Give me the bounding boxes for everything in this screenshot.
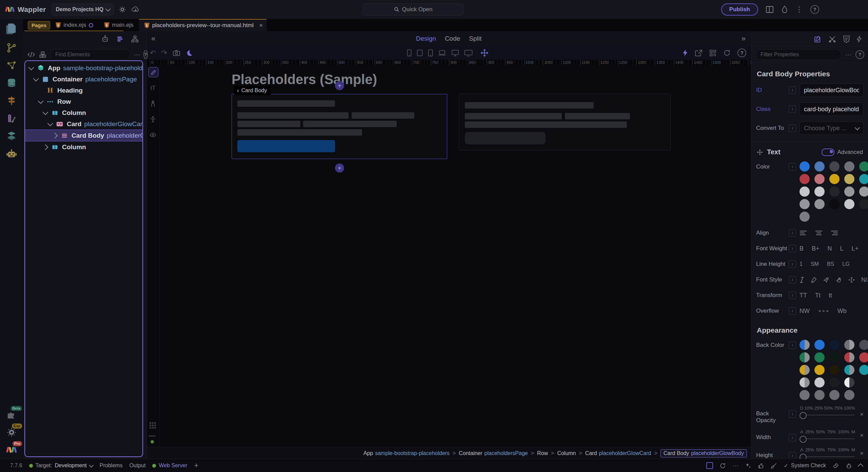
slider-tick-label[interactable]: A [800,429,803,434]
line-height-option[interactable]: LG [842,261,849,267]
highlighter-icon[interactable] [810,277,817,283]
text-width-icon[interactable] [848,277,855,283]
more-options-icon[interactable]: ··· [845,51,851,58]
color-swatch[interactable] [814,352,825,362]
width-slider-handle[interactable] [800,436,807,443]
color-swatch[interactable] [844,340,854,350]
align-right-icon[interactable] [831,230,838,236]
color-swatch[interactable] [814,199,825,209]
info-icon[interactable]: i [789,410,796,418]
chevron-left-icon[interactable]: ‹ [237,87,239,94]
slider-tick-label[interactable]: 50% [816,429,825,434]
refresh-icon[interactable] [723,49,731,57]
info-icon[interactable]: i [789,307,796,315]
routing-panel-icon[interactable] [5,94,18,107]
output-button[interactable]: Output [129,463,145,469]
info-icon[interactable]: i [789,341,796,349]
breadcrumb-row[interactable]: Row [537,450,548,456]
info-icon[interactable]: i [789,434,796,441]
info-icon[interactable]: i [789,245,796,252]
color-swatch[interactable] [859,352,868,362]
styles-panel-icon[interactable] [5,112,18,125]
color-swatch[interactable] [859,340,868,350]
slider-tick-label[interactable]: 10% [804,406,813,411]
slider-tick-label[interactable]: 100% [838,429,849,434]
slider-tick-label[interactable]: M [851,429,855,434]
tab-main-ejs[interactable]: 5 main.ejs [99,19,139,31]
info-icon[interactable]: i [789,105,796,113]
color-swatch[interactable] [800,212,810,222]
line-height-option[interactable]: SM [811,261,819,267]
color-swatch[interactable] [800,377,810,388]
rocket-icon[interactable] [823,277,829,283]
chevron-right-icon[interactable] [52,133,58,138]
color-swatch[interactable] [814,377,825,388]
info-icon[interactable]: i [789,292,796,299]
slider-tick-label[interactable]: 100% [844,406,855,411]
id-input[interactable] [800,83,864,97]
workflows-panel-icon[interactable] [5,59,18,72]
device-desktop-icon[interactable] [451,50,459,57]
clear-height-icon[interactable]: × [860,450,864,457]
color-swatch[interactable] [814,340,825,350]
reload-icon[interactable] [719,463,726,469]
screenshot-camera-icon[interactable] [173,50,180,56]
theme-drop-icon[interactable] [781,5,788,14]
qr-code-icon[interactable] [709,50,716,57]
color-swatch[interactable] [800,186,810,197]
wappler-pro-icon[interactable]: Pro [5,444,18,456]
color-swatch[interactable] [814,390,825,400]
tab-placeholders-preview[interactable]: 5 placeholders-preview--tour-manual.html… [139,19,267,31]
slider-tick-label[interactable]: 25% [814,406,823,411]
quick-open-search[interactable]: Quick Open [363,3,463,16]
slider-tick-label[interactable]: 25% [805,447,814,452]
color-swatch[interactable] [844,365,854,375]
web-server-status[interactable]: Web Server [152,463,187,469]
tree-item-row[interactable]: Row [25,96,142,107]
code-view-icon[interactable] [27,51,35,58]
cloud-sync-icon[interactable] [131,6,140,13]
ai-sparkles-icon[interactable] [745,463,751,469]
slider-tick-label[interactable]: A [800,447,803,452]
overflow-option[interactable]: Wb [837,308,847,315]
add-panel-button[interactable]: + [194,461,199,470]
components-box-icon[interactable] [39,51,47,58]
breadcrumb-column[interactable]: Column [557,450,576,456]
transform-option[interactable]: tt [829,292,832,299]
font-style-na-option[interactable]: N/A [861,276,868,283]
font-weight-option[interactable]: L [840,245,844,252]
align-left-icon[interactable] [800,230,807,236]
pages-mode-chip[interactable]: Pages [28,21,50,29]
color-swatch[interactable] [829,161,840,172]
cut-scissors-icon[interactable] [828,35,836,43]
stop-square-icon[interactable] [706,462,713,469]
chevron-up-icon[interactable] [858,464,864,469]
chevron-down-icon[interactable] [43,109,48,115]
debug-bug-icon[interactable] [846,463,852,469]
breadcrumb-card[interactable]: CardplaceholderGlowCard [585,450,651,456]
color-swatch[interactable] [829,352,840,362]
chevron-down-icon[interactable] [33,76,39,81]
project-selector[interactable]: Demo Projects HQ [52,4,114,15]
back-opacity-slider-handle[interactable] [800,412,807,419]
device-large-desktop-icon[interactable] [464,50,473,57]
color-swatch[interactable] [859,365,868,375]
ai-robot-icon[interactable] [101,35,109,43]
color-swatch[interactable] [800,174,810,184]
color-swatch[interactable] [814,186,825,197]
color-swatch[interactable] [844,161,854,172]
transform-option[interactable]: Tt [815,292,821,299]
move-tool-icon[interactable] [480,49,489,57]
help-icon[interactable]: ? [855,50,864,59]
color-swatch[interactable] [829,390,840,400]
typography-tool-icon[interactable]: tT [148,83,158,93]
hand-icon[interactable] [835,277,842,283]
info-icon[interactable]: i [789,276,796,283]
color-swatch[interactable] [844,186,854,197]
help-icon[interactable]: ? [737,48,746,57]
publish-button[interactable]: Publish [721,3,758,16]
sitemap-view-icon[interactable] [131,35,139,43]
undo-icon[interactable]: ↶ [150,49,156,57]
preview-eye-icon[interactable] [148,130,158,140]
actions-bolt-icon[interactable] [683,49,688,57]
